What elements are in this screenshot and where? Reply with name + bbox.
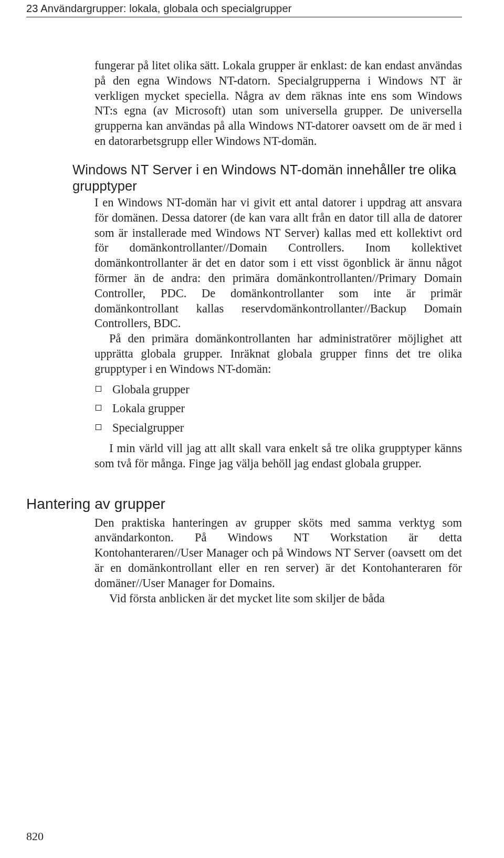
bullet-list: Globala grupper Lokala grupper Specialgr… bbox=[94, 382, 462, 436]
section1-title: Windows NT Server i en Windows NT-domän … bbox=[72, 162, 462, 194]
section1-para3: I min värld vill jag att allt skall vara… bbox=[94, 441, 462, 472]
running-head: 23 Användargrupper: lokala, globala och … bbox=[26, 0, 462, 17]
bullet-label: Specialgrupper bbox=[112, 421, 184, 434]
list-item: Specialgrupper bbox=[94, 421, 462, 436]
list-item: Globala grupper bbox=[94, 382, 462, 397]
section2-para2: Vid första anblicken är det mycket lite … bbox=[94, 591, 462, 606]
page: 23 Användargrupper: lokala, globala och … bbox=[0, 0, 504, 858]
section2-para1: Den praktiska hanteringen av grupper skö… bbox=[94, 516, 462, 591]
intro-block: fungerar på litet olika sätt. Lokala gru… bbox=[94, 58, 462, 472]
section2-block: Den praktiska hanteringen av grupper skö… bbox=[94, 516, 462, 606]
list-item: Lokala grupper bbox=[94, 401, 462, 416]
bullet-label: Lokala grupper bbox=[112, 402, 185, 415]
checkbox-empty-icon bbox=[96, 405, 101, 411]
section1-para2: På den primära domänkontrollanten har ad… bbox=[94, 331, 462, 376]
checkbox-empty-icon bbox=[96, 386, 101, 392]
checkbox-empty-icon bbox=[96, 424, 101, 430]
page-number: 820 bbox=[26, 830, 44, 843]
bullet-label: Globala grupper bbox=[112, 383, 190, 396]
intro-paragraph: fungerar på litet olika sätt. Lokala gru… bbox=[94, 58, 462, 149]
section2-title: Hantering av grupper bbox=[26, 496, 462, 512]
section1-para1: I en Windows NT-domän har vi givit ett a… bbox=[94, 195, 462, 331]
